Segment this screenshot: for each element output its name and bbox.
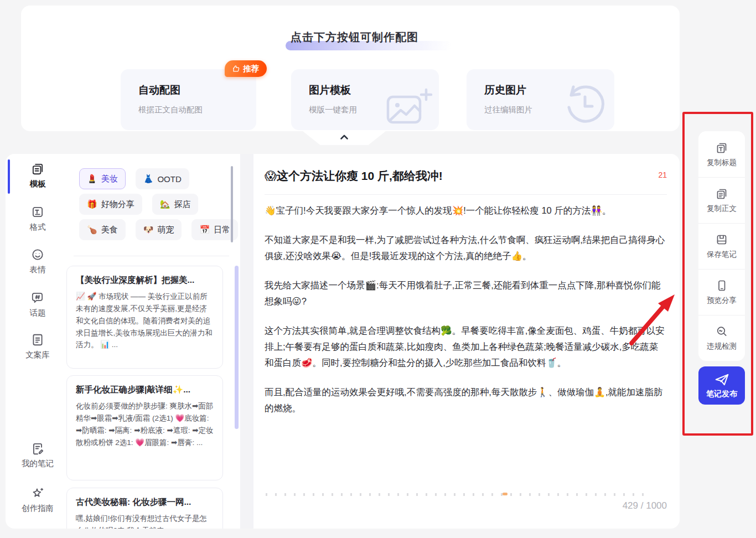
chicken-leg-emoji: 🍗 <box>87 225 97 235</box>
tags-divider <box>74 256 229 256</box>
nav-label-templates: 模板 <box>11 179 64 189</box>
template-card-makeup-steps[interactable]: 新手化妆正确步骤|敲详细✨... 化妆前必须要做的护肤步骤: 爽肤水➡面部精华➡… <box>66 375 223 480</box>
tag-pets-label: 萌宠 <box>157 225 174 235</box>
publish-note-button[interactable]: 笔记发布 <box>698 366 745 405</box>
nav-item-emoji[interactable]: 表情 <box>11 247 64 275</box>
dog-emoji: 🐶 <box>143 225 154 235</box>
nav-label-emoji: 表情 <box>11 265 64 275</box>
tag-pets[interactable]: 🐶 萌宠 <box>136 219 182 240</box>
template-card-title: 古代美妆秘籍: 化妆步骤一网... <box>76 496 214 508</box>
tags-scrollbar[interactable] <box>231 166 233 242</box>
copy-title-button[interactable]: 复制标题 <box>698 131 745 177</box>
panel-divider <box>240 154 253 529</box>
tag-row-3: 🍗 美食 🐶 萌宠 📅 日常 <box>79 219 238 240</box>
preview-share-label: 预览分享 <box>707 296 737 306</box>
template-list-scrollbar[interactable] <box>235 266 239 429</box>
editor-workspace: 模板 格式 表情 <box>6 154 680 529</box>
note-action-bar: 复制标题 复制正文 保存笔记 <box>698 131 745 361</box>
template-card-body: 嘿,姑娘们!你们有没有想过古代女子是怎么化妆的呢?来,我今天就来... <box>76 513 214 529</box>
preview-share-button[interactable]: 预览分享 <box>698 269 745 315</box>
template-card-ancient-makeup[interactable]: 古代美妆秘籍: 化妆步骤一网... 嘿,姑娘们!你们有没有想过古代女子是怎么化妆… <box>66 488 223 529</box>
violation-check-button[interactable]: 违规检测 <box>698 315 745 361</box>
nav-item-my-notes[interactable]: 我的笔记 <box>11 441 64 469</box>
tag-row-2: 🎁 好物分享 🏡 探店 <box>79 194 198 215</box>
collapse-panel-button[interactable] <box>303 131 386 145</box>
nav-active-indicator <box>8 159 10 194</box>
gift-emoji: 🎁 <box>87 199 97 209</box>
tag-food-label: 美食 <box>101 225 118 235</box>
auto-image-subtitle: 根据正文自动配图 <box>138 105 256 115</box>
nav-item-copy-library[interactable]: 文案库 <box>11 333 64 360</box>
note-title-input[interactable]: 😱这个方法让你瘦 10 斤,都给我冲! <box>265 168 630 184</box>
copy-library-icon <box>11 333 64 347</box>
image-template-card[interactable]: 图片模板 模版一键套用 <box>291 69 439 130</box>
image-template-icon <box>384 86 434 128</box>
copy-body-icon <box>715 187 728 200</box>
nav-item-creation-guide[interactable]: 创作指南 <box>11 486 64 514</box>
thumbs-up-icon <box>232 65 240 73</box>
body-paragraph: 而且,配合适量的运动效果会更好哦,不需要高强度的那种,每天散散步🚶、做做瑜伽🧘,… <box>265 384 667 416</box>
emoji-icon <box>11 247 64 262</box>
history-image-card[interactable]: 历史图片 过往编辑图片 <box>467 69 614 130</box>
tag-beauty-label: 美妆 <box>101 174 118 184</box>
body-paragraph: 不知道大家是不是和我一样,为了减肥尝试过各种方法,什么节食啊、疯狂运动啊,结果把… <box>265 232 667 264</box>
panel-header: 点击下方按钮可制作配图 <box>291 30 418 45</box>
tag-daily-label: 日常 <box>214 225 230 235</box>
nav-label-topic: 话题 <box>11 308 64 318</box>
copy-title-icon <box>715 141 728 154</box>
violation-check-label: 违规检测 <box>707 342 737 351</box>
clipped-emoji-fragment <box>503 493 508 495</box>
save-note-label: 保存笔记 <box>707 250 737 260</box>
tag-ootd[interactable]: 👗 OOTD <box>136 168 189 189</box>
tag-food[interactable]: 🍗 美食 <box>79 219 126 240</box>
lipstick-emoji: 💄 <box>87 174 97 184</box>
template-card-beauty-industry[interactable]: 【美妆行业深度解析】把握美... 📈 🚀 市场现状 —— 美妆行业正以前所未有的… <box>66 266 223 369</box>
calendar-emoji: 📅 <box>199 225 210 235</box>
chevron-up-icon <box>338 131 351 143</box>
nav-item-format[interactable]: 格式 <box>11 205 64 232</box>
paper-plane-icon <box>713 372 730 387</box>
title-divider <box>265 194 667 195</box>
title-char-count: 21 <box>658 170 667 179</box>
nav-item-templates[interactable]: 模板 <box>11 162 64 189</box>
template-card-title: 【美妆行业深度解析】把握美... <box>76 275 214 286</box>
nav-label-my-notes: 我的笔记 <box>11 458 64 469</box>
image-maker-panel: 点击下方按钮可制作配图 自动配图 根据正文自动配图 推荐 图片模板 模版一键套用 <box>21 6 680 131</box>
recommend-badge-label: 推荐 <box>243 64 259 74</box>
topic-hash-icon <box>11 291 64 305</box>
nav-item-topic[interactable]: 话题 <box>11 291 64 318</box>
nav-label-creation-guide: 创作指南 <box>11 503 64 514</box>
creation-guide-icon <box>11 486 64 500</box>
templates-icon <box>11 162 64 176</box>
save-note-button[interactable]: 保存笔记 <box>698 223 745 269</box>
body-paragraph: 我先给大家描述一个场景🎬:每天不用饿着肚子,正常三餐,还能看到体重一点点下降,那… <box>265 277 667 309</box>
body-paragraph: 👋宝子们!今天我要跟大家分享一个惊人的发现💥!一个能让你轻松瘦 10 斤的方法👭… <box>265 203 667 219</box>
auto-image-card[interactable]: 自动配图 根据正文自动配图 <box>121 69 256 130</box>
history-clock-icon <box>562 82 607 127</box>
tag-store-visit[interactable]: 🏡 探店 <box>152 194 199 215</box>
note-body-input[interactable]: 👋宝子们!今天我要跟大家分享一个惊人的发现💥!一个能让你轻松瘦 10 斤的方法👭… <box>265 203 667 485</box>
nav-label-format: 格式 <box>11 222 64 232</box>
tag-ootd-label: OOTD <box>157 174 181 184</box>
save-note-icon <box>715 233 728 246</box>
tag-store-visit-label: 探店 <box>174 199 190 210</box>
copy-body-button[interactable]: 复制正文 <box>698 177 745 223</box>
body-char-count: 429 / 1000 <box>623 500 667 511</box>
tag-goods-share[interactable]: 🎁 好物分享 <box>79 194 142 215</box>
copy-body-label: 复制正文 <box>707 204 737 214</box>
recommend-badge: 推荐 <box>225 60 267 77</box>
template-card-body: 化妆前必须要做的护肤步骤: 爽肤水➡面部精华➡眼霜➡乳液/面霜 (2选1) 💗底… <box>76 400 214 448</box>
tag-row-1: 💄 美妆 👗 OOTD <box>79 168 189 189</box>
preview-share-icon <box>715 279 728 292</box>
copy-title-label: 复制标题 <box>707 158 737 168</box>
my-notes-icon <box>11 441 64 456</box>
format-icon <box>11 205 64 219</box>
dress-emoji: 👗 <box>143 174 154 184</box>
body-paragraph: 这个方法其实很简单,就是合理调整饮食结构🥦。早餐要吃得丰富,像全麦面包、鸡蛋、牛… <box>265 323 667 371</box>
template-card-body: 📈 🚀 市场现状 —— 美妆行业正以前所未有的速度发展,不仅关乎美丽,更是经济和… <box>76 291 214 351</box>
tag-goods-share-label: 好物分享 <box>101 199 134 210</box>
nav-label-copy-library: 文案库 <box>11 350 64 360</box>
clipped-text-line <box>266 493 648 496</box>
publish-note-label: 笔记发布 <box>706 389 737 399</box>
tag-beauty[interactable]: 💄 美妆 <box>79 168 126 189</box>
